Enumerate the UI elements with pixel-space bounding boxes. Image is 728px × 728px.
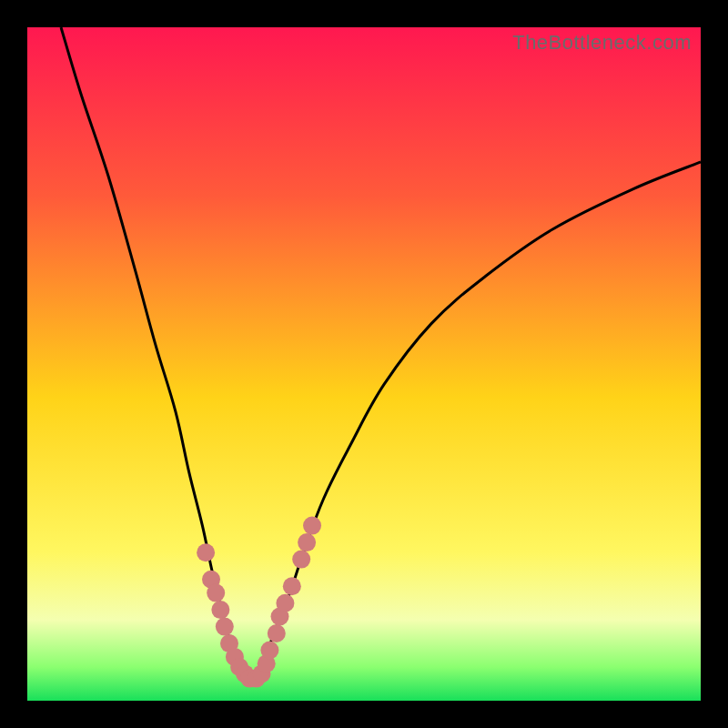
data-point bbox=[260, 642, 278, 660]
data-point bbox=[207, 584, 225, 602]
highlight-dots bbox=[197, 517, 321, 688]
curve-layer bbox=[27, 27, 701, 701]
plot-area: TheBottleneck.com bbox=[27, 27, 701, 701]
watermark-text: TheBottleneck.com bbox=[512, 31, 692, 55]
data-point bbox=[276, 594, 294, 612]
data-point bbox=[298, 533, 316, 551]
data-point bbox=[268, 624, 286, 642]
data-point bbox=[303, 517, 321, 535]
data-point bbox=[197, 543, 215, 561]
data-point bbox=[211, 601, 229, 619]
left-branch-curve bbox=[61, 27, 249, 681]
chart-stage: TheBottleneck.com bbox=[0, 0, 728, 728]
data-point bbox=[283, 577, 301, 595]
data-point bbox=[216, 618, 234, 636]
right-branch-curve bbox=[249, 162, 701, 681]
data-point bbox=[292, 551, 310, 569]
